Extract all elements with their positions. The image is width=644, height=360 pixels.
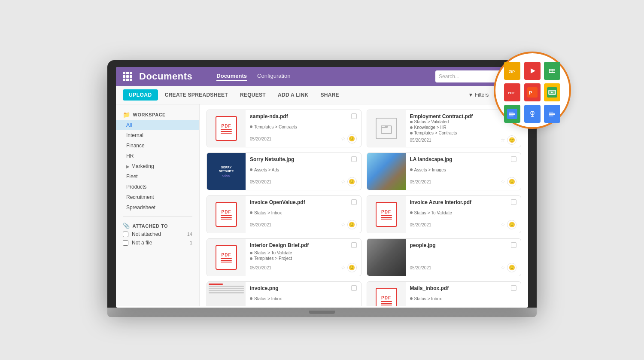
nav-documents[interactable]: Documents	[216, 73, 247, 81]
doc-actions: ☆ 🙂	[501, 177, 516, 186]
doc-tags: Assets > Ads	[250, 168, 357, 172]
not-a-file-checkbox[interactable]	[123, 240, 128, 246]
emoji-button[interactable]: 🙂	[507, 135, 516, 145]
emoji-button[interactable]: 🙂	[347, 306, 357, 306]
document-card[interactable]: PDF Interior Design Brief.pdf	[207, 238, 361, 276]
doc-info: LA landscape.jpg Assets > Images 05/20/2…	[406, 153, 521, 190]
star-icon[interactable]: ☆	[501, 179, 505, 185]
sidebar-item-spreadsheet[interactable]: Spreadsheet	[116, 202, 199, 213]
doc-checkbox[interactable]	[511, 242, 516, 248]
document-card[interactable]: SORRY NETSUITE odoo Sorry Netsuite.jpg	[207, 153, 361, 190]
document-card[interactable]: PDF sample-nda.pd	[207, 110, 361, 147]
doc-info: Interior Design Brief.pdf Status > To Va…	[246, 239, 361, 276]
star-icon[interactable]: ☆	[501, 222, 505, 228]
document-card[interactable]: PDF invoice Azure Interior.pdf	[367, 195, 522, 233]
sidebar-item-products[interactable]: Products	[116, 182, 199, 192]
doc-tags: Status > Inbox	[410, 296, 517, 301]
not-attached-checkbox[interactable]	[123, 232, 128, 237]
doc-checkbox[interactable]	[511, 285, 516, 291]
doc-checkbox[interactable]	[351, 199, 357, 205]
document-card[interactable]: PDF invoice OpenValue.pdf	[207, 195, 361, 233]
star-icon[interactable]: ☆	[501, 137, 505, 143]
upload-button[interactable]: UPLOAD	[123, 89, 158, 101]
document-card[interactable]: Employment Contract.pdf Status > Validat…	[367, 110, 522, 147]
sidebar-item-recruitment[interactable]: Recruitment	[116, 192, 199, 202]
doc-thumbnail: PDF	[207, 196, 246, 233]
doc-info: sample-nda.pdf Templates > Contracts 05/…	[246, 110, 361, 147]
svg-rect-18	[507, 109, 517, 119]
emoji-button[interactable]: 🙂	[507, 177, 516, 186]
filters-button[interactable]: ▼ Filters	[468, 92, 489, 98]
laptop-notch	[309, 311, 335, 314]
document-card[interactable]: invoice.png Status > Inbox ☆	[207, 281, 361, 306]
attached-to-label: 📎 ATTACHED TO	[116, 220, 199, 230]
sidebar-not-a-file[interactable]: Not a file 1	[116, 238, 199, 247]
doc-actions: ☆ 🙂	[341, 177, 357, 186]
svg-rect-22	[509, 116, 513, 116]
document-grid: PDF sample-nda.pd	[200, 104, 528, 306]
sidebar-item-finance[interactable]: Finance	[116, 140, 199, 151]
doc-tags: Status > Inbox	[250, 211, 357, 215]
svg-text:PDF: PDF	[508, 91, 515, 95]
document-card[interactable]: people.jpg 05/20/2021 ☆ 🙂	[367, 238, 522, 276]
sidebar-item-hr[interactable]: HR	[116, 151, 199, 161]
sidebar-item-marketing[interactable]: ▶Marketing	[116, 161, 199, 171]
doc-checkbox[interactable]	[511, 156, 516, 162]
sidebar-item-fleet[interactable]: Fleet	[116, 171, 199, 182]
doc-thumbnail	[367, 110, 406, 147]
doc-thumbnail: PDF	[207, 110, 246, 147]
star-icon[interactable]: ☆	[341, 136, 346, 142]
doc-date: 05/20/2021	[410, 138, 431, 143]
request-button[interactable]: REQUEST	[235, 89, 271, 101]
zip-icon: ZIP	[504, 62, 520, 80]
doc-actions: ☆ 🙂	[501, 263, 516, 272]
star-icon[interactable]: ☆	[501, 265, 505, 271]
add-link-button[interactable]: ADD A LINK	[273, 89, 313, 101]
emoji-button[interactable]: 🙂	[347, 263, 357, 272]
create-spreadsheet-button[interactable]: CREATE SPREADSHEET	[160, 89, 233, 101]
doc-checkbox[interactable]	[351, 285, 357, 291]
doc-name: invoice OpenValue.pdf	[250, 199, 305, 205]
svg-rect-28	[547, 109, 557, 119]
doc-name: LA landscape.jpg	[410, 156, 453, 162]
star-icon[interactable]: ☆	[341, 265, 346, 271]
doc-name: invoice.png	[250, 285, 279, 291]
video-icon	[524, 62, 541, 80]
powerpoint-icon: P	[524, 83, 541, 101]
svg-rect-9	[552, 69, 553, 73]
svg-rect-8	[549, 69, 550, 73]
star-icon[interactable]: ☆	[341, 222, 346, 228]
doc-actions: ☆ 🙂	[501, 220, 516, 229]
doc-checkbox[interactable]	[351, 113, 357, 119]
svg-point-25	[532, 113, 533, 114]
emoji-button[interactable]: 🙂	[347, 134, 357, 143]
doc-thumbnail	[207, 282, 246, 306]
document-card[interactable]: PDF Mails_inbox.pdf	[367, 281, 522, 306]
apps-menu-button[interactable]	[123, 72, 132, 81]
sidebar-item-all[interactable]: All	[116, 120, 199, 130]
audio-icon	[524, 105, 541, 123]
star-icon[interactable]: ☆	[341, 179, 346, 185]
doc-checkbox[interactable]	[511, 199, 516, 205]
emoji-button[interactable]: 🙂	[507, 220, 516, 229]
share-button[interactable]: SHARE	[315, 89, 344, 101]
doc-name: Mails_inbox.pdf	[410, 285, 449, 291]
svg-rect-29	[549, 112, 553, 113]
svg-rect-23	[527, 109, 538, 119]
nav-configuration[interactable]: Configuration	[257, 73, 290, 81]
sidebar-item-internal[interactable]: Internal	[116, 130, 199, 140]
emoji-button[interactable]: 🙂	[347, 220, 357, 229]
doc-checkbox[interactable]	[351, 156, 357, 162]
doc-info: invoice OpenValue.pdf Status > Inbox 05/…	[246, 196, 361, 233]
emoji-button[interactable]: 🙂	[507, 263, 516, 272]
svg-rect-32	[549, 116, 553, 116]
doc-date: 05/20/2021	[250, 137, 271, 141]
emoji-button[interactable]: 🙂	[347, 177, 357, 186]
doc-checkbox[interactable]	[351, 242, 357, 248]
doc-thumbnail: SORRY NETSUITE odoo	[207, 153, 246, 190]
doc-actions: ☆ 🙂	[341, 306, 357, 306]
document-card[interactable]: LA landscape.jpg Assets > Images 05/20/2…	[367, 153, 522, 190]
doc-actions: ☆ 🙂	[501, 135, 516, 145]
emoji-button[interactable]: 🙂	[507, 306, 516, 306]
sidebar-not-attached[interactable]: Not attached 14	[116, 230, 199, 238]
